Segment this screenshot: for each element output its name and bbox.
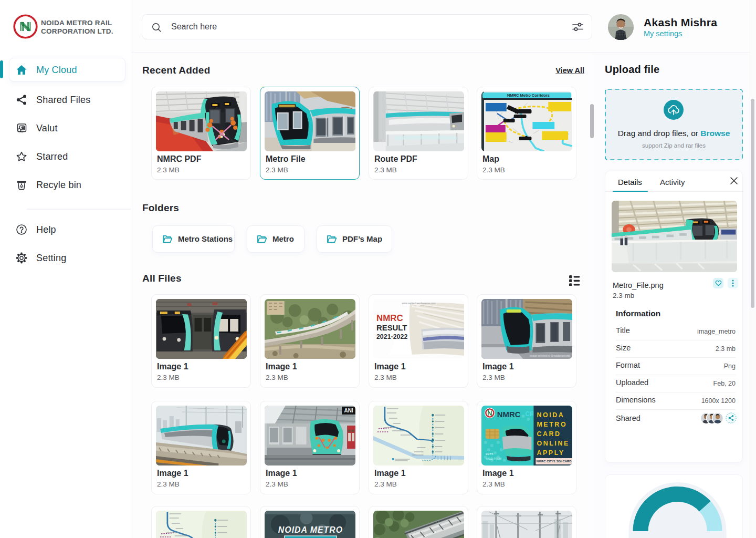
svg-text:NMRC: NMRC	[376, 313, 403, 323]
svg-text:www.sarkariresultexams.com: www.sarkariresultexams.com	[402, 302, 435, 305]
svg-text:image tweeted by @noidametrora: image tweeted by @noidametrorail	[530, 354, 570, 357]
svg-text:APPLY: APPLY	[537, 449, 564, 457]
svg-text:2021-2022: 2021-2022	[376, 333, 407, 340]
svg-text:ONLINE: ONLINE	[537, 440, 569, 447]
svg-text:NMRC: NMRC	[497, 410, 521, 419]
svg-text:RESULT: RESULT	[376, 323, 407, 332]
svg-text:NOIDA METRO: NOIDA METRO	[278, 525, 343, 534]
svg-text:NMRC Metro Corridors: NMRC Metro Corridors	[507, 93, 550, 98]
svg-text:NMRC CITY1 SBI CARD: NMRC CITY1 SBI CARD	[537, 460, 572, 463]
svg-text:NOIDA: NOIDA	[537, 411, 564, 419]
svg-text:8075: 8075	[486, 452, 494, 456]
svg-text:VALID FROM: VALID FROM	[486, 457, 501, 460]
svg-text:ANI: ANI	[344, 408, 353, 413]
svg-text:METRO: METRO	[537, 421, 567, 428]
svg-text:CARD: CARD	[537, 430, 561, 438]
